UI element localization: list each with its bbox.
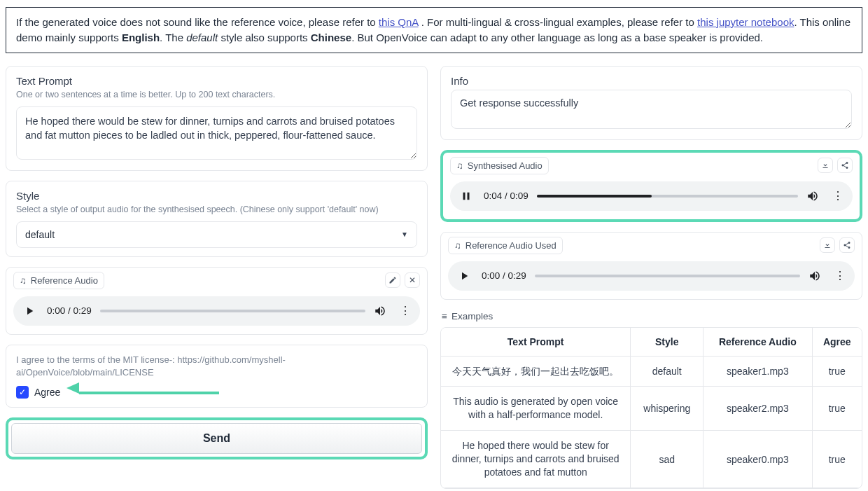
volume-button[interactable] — [806, 190, 822, 202]
audio-time: 0:00 / 0:29 — [482, 270, 526, 281]
chevron-down-icon: ▼ — [401, 230, 408, 238]
reference-audio-panel: ♫ Reference Audio ✕ — [6, 267, 428, 335]
notice-link-notebook[interactable]: this jupyter notebook — [697, 16, 794, 28]
send-highlight: Send — [6, 417, 428, 459]
style-card: Style Select a style of output audio for… — [6, 181, 428, 257]
pause-button[interactable] — [457, 187, 475, 205]
close-icon: ✕ — [409, 275, 416, 285]
volume-button[interactable] — [374, 305, 389, 317]
reference-audio-used-panel: ♫ Reference Audio Used — [440, 232, 862, 300]
kebab-icon: ⋮ — [832, 190, 844, 202]
synthesised-audio-panel: ♫ Synthesised Audio — [440, 150, 862, 222]
volume-button[interactable] — [808, 270, 824, 282]
share-icon — [841, 161, 849, 170]
text-prompt-sub: One or two sentences at a time is better… — [16, 90, 417, 99]
edit-button[interactable] — [385, 272, 400, 288]
table-row[interactable]: He hoped there would be stew for dinner,… — [441, 431, 862, 488]
volume-icon — [374, 305, 386, 317]
share-button[interactable] — [837, 158, 853, 173]
col-reference-audio: Reference Audio — [704, 328, 812, 357]
notice-link-qna[interactable]: this QnA — [379, 16, 419, 28]
reference-audio-player[interactable]: 0:00 / 0:29 ⋮ — [13, 296, 420, 326]
agree-card: I agree to the terms of the MIT license-… — [6, 345, 428, 408]
col-agree: Agree — [813, 328, 862, 357]
volume-icon — [806, 190, 819, 202]
download-button[interactable] — [820, 237, 835, 253]
col-style: Style — [631, 328, 704, 357]
music-icon: ♫ — [454, 240, 461, 251]
more-button[interactable]: ⋮ — [832, 269, 848, 282]
share-button[interactable] — [839, 237, 855, 253]
kebab-icon: ⋮ — [834, 270, 846, 282]
info-output[interactable] — [451, 90, 852, 129]
arrow-hint-line — [79, 392, 219, 394]
col-text-prompt: Text Prompt — [441, 328, 631, 357]
volume-icon — [808, 270, 821, 282]
info-card: Info — [440, 66, 862, 140]
pause-icon — [460, 190, 472, 202]
check-icon: ✓ — [19, 387, 26, 397]
notice-text: If the generated voice does not sound li… — [16, 16, 379, 28]
text-prompt-input[interactable] — [16, 106, 417, 160]
agree-label: Agree — [34, 387, 60, 398]
examples-table: Text Prompt Style Reference Audio Agree … — [440, 327, 862, 489]
music-icon: ♫ — [20, 275, 27, 286]
arrow-hint-icon — [66, 382, 79, 394]
seek-progress — [537, 195, 652, 198]
table-row[interactable]: This audio is generated by open voice wi… — [441, 387, 862, 431]
clear-button[interactable]: ✕ — [405, 272, 420, 288]
download-button[interactable] — [818, 158, 833, 173]
agree-checkbox[interactable]: ✓ — [16, 386, 29, 399]
more-button[interactable]: ⋮ — [830, 189, 846, 202]
kebab-icon: ⋮ — [400, 305, 411, 317]
license-text: I agree to the terms of the MIT license-… — [16, 354, 417, 379]
ref-used-chip: ♫ Reference Audio Used — [448, 237, 563, 254]
audio-time: 0:00 / 0:29 — [47, 305, 92, 316]
music-icon: ♫ — [456, 160, 463, 171]
reference-audio-chip: ♫ Reference Audio — [13, 272, 104, 289]
share-icon — [843, 241, 851, 249]
synth-audio-player[interactable]: 0:04 / 0:09 ⋮ — [450, 181, 853, 211]
seek-bar[interactable] — [100, 310, 365, 312]
pencil-icon — [388, 276, 397, 284]
audio-time: 0:04 / 0:09 — [484, 191, 528, 201]
style-title: Style — [16, 190, 417, 202]
table-row[interactable]: 今天天气真好，我们一起出去吃饭吧。 default speaker1.mp3 t… — [441, 357, 862, 387]
info-title: Info — [451, 75, 852, 87]
synth-audio-chip: ♫ Synthesised Audio — [450, 157, 549, 174]
list-icon: ≡ — [442, 311, 447, 321]
download-icon — [823, 241, 832, 249]
play-icon — [23, 305, 36, 317]
examples-header: ≡ Examples — [440, 310, 862, 327]
style-select[interactable]: default ▼ — [16, 221, 417, 248]
seek-bar[interactable] — [535, 275, 800, 277]
play-icon — [458, 270, 470, 282]
play-button[interactable] — [20, 302, 38, 320]
seek-bar[interactable] — [537, 195, 798, 198]
send-button[interactable]: Send — [11, 423, 422, 454]
style-selected-value: default — [25, 229, 55, 240]
text-prompt-title: Text Prompt — [16, 75, 417, 87]
download-icon — [821, 161, 830, 170]
play-button[interactable] — [455, 267, 473, 285]
text-prompt-card: Text Prompt One or two sentences at a ti… — [6, 66, 428, 171]
more-button[interactable]: ⋮ — [398, 304, 413, 317]
notice-banner: If the generated voice does not sound li… — [6, 7, 862, 53]
style-sub: Select a style of output audio for the s… — [16, 205, 417, 214]
ref-used-audio-player[interactable]: 0:00 / 0:29 ⋮ — [448, 261, 855, 291]
